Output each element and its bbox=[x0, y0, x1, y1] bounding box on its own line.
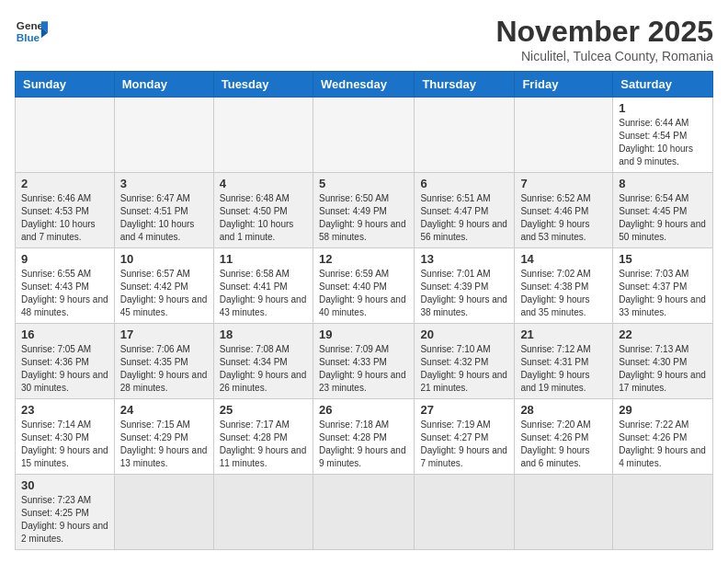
day-info: Sunrise: 7:09 AM Sunset: 4:33 PM Dayligh… bbox=[319, 343, 408, 395]
calendar-cell: 26Sunrise: 7:18 AM Sunset: 4:28 PM Dayli… bbox=[313, 399, 414, 475]
calendar-cell bbox=[415, 98, 515, 173]
calendar-cell: 17Sunrise: 7:06 AM Sunset: 4:35 PM Dayli… bbox=[114, 324, 213, 399]
day-info: Sunrise: 6:57 AM Sunset: 4:42 PM Dayligh… bbox=[120, 268, 208, 319]
day-info: Sunrise: 7:06 AM Sunset: 4:35 PM Dayligh… bbox=[120, 343, 208, 395]
day-number: 18 bbox=[220, 327, 307, 341]
day-number: 14 bbox=[520, 252, 607, 266]
day-info: Sunrise: 6:51 AM Sunset: 4:47 PM Dayligh… bbox=[420, 192, 508, 244]
day-info: Sunrise: 7:13 AM Sunset: 4:30 PM Dayligh… bbox=[619, 343, 707, 395]
calendar-week-row: 2Sunrise: 6:46 AM Sunset: 4:53 PM Daylig… bbox=[16, 173, 713, 248]
day-number: 20 bbox=[420, 327, 508, 341]
day-number: 13 bbox=[420, 252, 508, 266]
day-number: 24 bbox=[120, 403, 208, 417]
day-header-monday: Monday bbox=[114, 72, 213, 98]
calendar-cell: 30Sunrise: 7:23 AM Sunset: 4:25 PM Dayli… bbox=[16, 475, 115, 550]
day-info: Sunrise: 7:12 AM Sunset: 4:31 PM Dayligh… bbox=[520, 343, 607, 395]
day-number: 28 bbox=[520, 403, 607, 417]
calendar-cell: 12Sunrise: 6:59 AM Sunset: 4:40 PM Dayli… bbox=[313, 248, 414, 324]
day-number: 16 bbox=[21, 327, 108, 341]
calendar-cell: 13Sunrise: 7:01 AM Sunset: 4:39 PM Dayli… bbox=[415, 248, 515, 324]
day-number: 21 bbox=[520, 327, 607, 341]
day-header-thursday: Thursday bbox=[415, 72, 515, 98]
calendar-cell bbox=[613, 475, 713, 550]
day-number: 9 bbox=[21, 252, 108, 266]
day-info: Sunrise: 7:22 AM Sunset: 4:26 PM Dayligh… bbox=[619, 419, 707, 470]
day-number: 4 bbox=[220, 177, 307, 190]
calendar-week-row: 30Sunrise: 7:23 AM Sunset: 4:25 PM Dayli… bbox=[16, 475, 713, 550]
day-number: 15 bbox=[619, 252, 707, 266]
day-number: 6 bbox=[420, 177, 508, 190]
day-info: Sunrise: 6:46 AM Sunset: 4:53 PM Dayligh… bbox=[21, 192, 108, 244]
calendar-week-row: 16Sunrise: 7:05 AM Sunset: 4:36 PM Dayli… bbox=[16, 324, 713, 399]
calendar-cell: 14Sunrise: 7:02 AM Sunset: 4:38 PM Dayli… bbox=[515, 248, 613, 324]
day-number: 30 bbox=[21, 478, 108, 492]
day-number: 29 bbox=[619, 403, 707, 417]
calendar-header-row: SundayMondayTuesdayWednesdayThursdayFrid… bbox=[16, 72, 713, 98]
day-info: Sunrise: 7:10 AM Sunset: 4:32 PM Dayligh… bbox=[420, 343, 508, 395]
calendar-cell bbox=[415, 475, 515, 550]
day-info: Sunrise: 7:23 AM Sunset: 4:25 PM Dayligh… bbox=[21, 494, 108, 546]
day-info: Sunrise: 7:20 AM Sunset: 4:26 PM Dayligh… bbox=[520, 419, 607, 470]
day-info: Sunrise: 7:08 AM Sunset: 4:34 PM Dayligh… bbox=[220, 343, 307, 395]
day-info: Sunrise: 6:55 AM Sunset: 4:43 PM Dayligh… bbox=[21, 268, 108, 319]
calendar-cell bbox=[114, 475, 213, 550]
day-number: 23 bbox=[21, 403, 108, 417]
day-header-sunday: Sunday bbox=[16, 72, 115, 98]
day-info: Sunrise: 6:58 AM Sunset: 4:41 PM Dayligh… bbox=[220, 268, 307, 319]
calendar-cell bbox=[313, 98, 414, 173]
day-number: 22 bbox=[619, 327, 707, 341]
day-info: Sunrise: 7:17 AM Sunset: 4:28 PM Dayligh… bbox=[220, 419, 307, 470]
calendar-cell: 29Sunrise: 7:22 AM Sunset: 4:26 PM Dayli… bbox=[613, 399, 713, 475]
calendar-cell bbox=[16, 98, 115, 173]
location-subtitle: Niculitel, Tulcea County, Romania bbox=[495, 49, 713, 63]
day-number: 5 bbox=[319, 177, 408, 190]
month-title: November 2025 bbox=[495, 15, 713, 49]
calendar-table: SundayMondayTuesdayWednesdayThursdayFrid… bbox=[15, 71, 713, 550]
day-number: 19 bbox=[319, 327, 408, 341]
day-info: Sunrise: 6:59 AM Sunset: 4:40 PM Dayligh… bbox=[319, 268, 408, 319]
day-info: Sunrise: 7:15 AM Sunset: 4:29 PM Dayligh… bbox=[120, 419, 208, 470]
calendar-cell: 2Sunrise: 6:46 AM Sunset: 4:53 PM Daylig… bbox=[16, 173, 115, 248]
svg-text:Blue: Blue bbox=[17, 31, 40, 43]
calendar-cell bbox=[213, 475, 313, 550]
day-number: 26 bbox=[319, 403, 408, 417]
day-number: 27 bbox=[420, 403, 508, 417]
day-info: Sunrise: 7:02 AM Sunset: 4:38 PM Dayligh… bbox=[520, 268, 607, 319]
day-number: 2 bbox=[21, 177, 108, 190]
calendar-cell: 10Sunrise: 6:57 AM Sunset: 4:42 PM Dayli… bbox=[114, 248, 213, 324]
calendar-cell: 16Sunrise: 7:05 AM Sunset: 4:36 PM Dayli… bbox=[16, 324, 115, 399]
day-info: Sunrise: 7:03 AM Sunset: 4:37 PM Dayligh… bbox=[619, 268, 707, 319]
calendar-cell bbox=[515, 98, 613, 173]
day-info: Sunrise: 6:54 AM Sunset: 4:45 PM Dayligh… bbox=[619, 192, 707, 244]
day-number: 3 bbox=[120, 177, 208, 190]
calendar-cell: 7Sunrise: 6:52 AM Sunset: 4:46 PM Daylig… bbox=[515, 173, 613, 248]
calendar-cell: 28Sunrise: 7:20 AM Sunset: 4:26 PM Dayli… bbox=[515, 399, 613, 475]
calendar-cell: 22Sunrise: 7:13 AM Sunset: 4:30 PM Dayli… bbox=[613, 324, 713, 399]
logo-icon: General Blue bbox=[15, 15, 48, 48]
title-area: November 2025 Niculitel, Tulcea County, … bbox=[495, 15, 713, 63]
calendar-cell: 18Sunrise: 7:08 AM Sunset: 4:34 PM Dayli… bbox=[213, 324, 313, 399]
day-info: Sunrise: 6:50 AM Sunset: 4:49 PM Dayligh… bbox=[319, 192, 408, 244]
calendar-cell: 1Sunrise: 6:44 AM Sunset: 4:54 PM Daylig… bbox=[613, 98, 713, 173]
calendar-week-row: 9Sunrise: 6:55 AM Sunset: 4:43 PM Daylig… bbox=[16, 248, 713, 324]
day-info: Sunrise: 6:44 AM Sunset: 4:54 PM Dayligh… bbox=[619, 117, 707, 168]
calendar-cell: 6Sunrise: 6:51 AM Sunset: 4:47 PM Daylig… bbox=[415, 173, 515, 248]
calendar-cell: 19Sunrise: 7:09 AM Sunset: 4:33 PM Dayli… bbox=[313, 324, 414, 399]
day-number: 8 bbox=[619, 177, 707, 190]
day-header-wednesday: Wednesday bbox=[313, 72, 414, 98]
day-header-saturday: Saturday bbox=[613, 72, 713, 98]
page-header: General Blue November 2025 Niculitel, Tu… bbox=[15, 15, 713, 63]
calendar-cell bbox=[515, 475, 613, 550]
calendar-cell: 4Sunrise: 6:48 AM Sunset: 4:50 PM Daylig… bbox=[213, 173, 313, 248]
calendar-cell: 21Sunrise: 7:12 AM Sunset: 4:31 PM Dayli… bbox=[515, 324, 613, 399]
calendar-cell: 8Sunrise: 6:54 AM Sunset: 4:45 PM Daylig… bbox=[613, 173, 713, 248]
calendar-week-row: 1Sunrise: 6:44 AM Sunset: 4:54 PM Daylig… bbox=[16, 98, 713, 173]
calendar-cell bbox=[213, 98, 313, 173]
calendar-cell: 23Sunrise: 7:14 AM Sunset: 4:30 PM Dayli… bbox=[16, 399, 115, 475]
calendar-cell: 3Sunrise: 6:47 AM Sunset: 4:51 PM Daylig… bbox=[114, 173, 213, 248]
day-number: 17 bbox=[120, 327, 208, 341]
logo: General Blue bbox=[15, 15, 48, 48]
calendar-cell bbox=[114, 98, 213, 173]
day-info: Sunrise: 7:19 AM Sunset: 4:27 PM Dayligh… bbox=[420, 419, 508, 470]
day-number: 12 bbox=[319, 252, 408, 266]
